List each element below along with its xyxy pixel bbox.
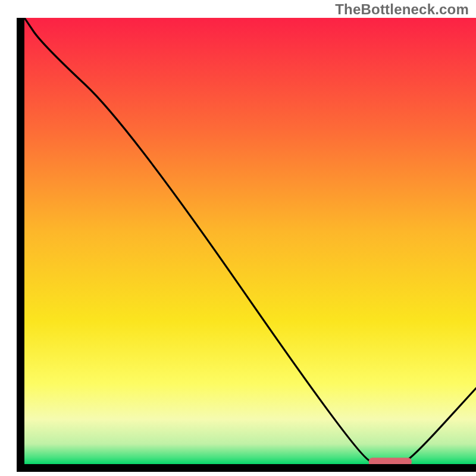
watermark-label: TheBottleneck.com <box>335 1 469 18</box>
bottleneck-chart: TheBottleneck.com <box>0 0 476 476</box>
chart-svg <box>0 0 476 476</box>
plot-background <box>24 18 476 464</box>
y-axis <box>17 18 24 472</box>
x-axis <box>17 464 476 472</box>
